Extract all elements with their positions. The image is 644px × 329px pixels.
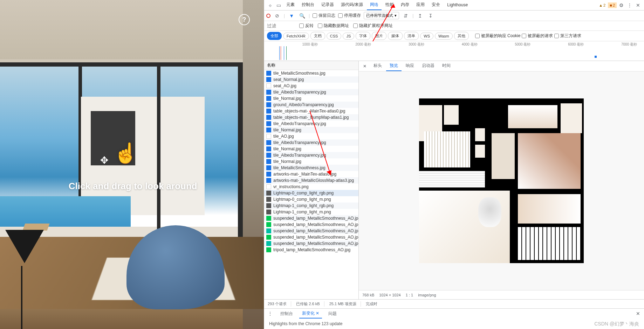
request-list-panel: 名称 tile_MetallicSmoothness.jpgseat_Norma… bbox=[264, 61, 359, 299]
drawer-tab-console[interactable]: 控制台 bbox=[278, 309, 296, 318]
request-row[interactable]: tile_Normal.jpg bbox=[264, 127, 358, 133]
issues-badge[interactable]: ■ 2 bbox=[608, 2, 617, 8]
help-button[interactable]: ? bbox=[239, 14, 250, 25]
pill-font[interactable]: 字体 bbox=[356, 32, 370, 40]
gear-icon[interactable]: ⚙ bbox=[617, 1, 625, 9]
warnings-badge[interactable]: ▲ 2 bbox=[597, 2, 607, 8]
file-icon bbox=[266, 228, 271, 233]
drawer-tab-issues[interactable]: 问题 bbox=[326, 309, 340, 318]
detail-tab-initiator[interactable]: 启动器 bbox=[418, 61, 438, 71]
pill-doc[interactable]: 文档 bbox=[310, 32, 325, 40]
request-row[interactable]: vr_instructions.png bbox=[264, 184, 358, 190]
request-name: tile_AO.jpg bbox=[273, 134, 294, 139]
request-row[interactable]: tile_Normal.jpg bbox=[264, 95, 358, 102]
request-row[interactable]: Lightmap-0_comp_light_rgb.png bbox=[264, 190, 358, 196]
request-row[interactable]: tile_AO.jpg bbox=[264, 133, 358, 139]
blocked-cookie-checkbox[interactable]: 被屏蔽的响应 Cookie bbox=[475, 33, 521, 39]
request-row[interactable]: tile_AlbedoTransparency.jpg bbox=[264, 89, 358, 95]
request-row[interactable]: Lightmap-1_comp_light_m.png bbox=[264, 209, 358, 215]
pill-other[interactable]: 其他 bbox=[454, 32, 469, 40]
request-row[interactable]: Lightmap-0_comp_light_m.png bbox=[264, 196, 358, 203]
search-icon[interactable]: 🔍 bbox=[298, 12, 306, 20]
close-icon[interactable]: ✕ bbox=[634, 1, 642, 9]
scene-lamp-stand bbox=[21, 266, 22, 329]
request-row[interactable]: tile_AlbedoTransparency.jpg bbox=[264, 139, 358, 146]
request-name: tripod_lamp_MetallicSmoothness_AO.jpg bbox=[273, 247, 350, 252]
request-row[interactable]: tile_AlbedoTransparency.jpg bbox=[264, 121, 358, 127]
disable-cache-checkbox[interactable]: 停用缓存 bbox=[338, 13, 361, 19]
request-row[interactable]: tripod_lamp_MetallicSmoothness_AO.jpg bbox=[264, 247, 358, 253]
download-icon[interactable]: ↧ bbox=[427, 12, 434, 20]
third-party-checkbox[interactable]: 第三方请求 bbox=[554, 33, 581, 39]
request-list[interactable]: tile_MetallicSmoothness.jpgseat_Normal.j… bbox=[264, 70, 358, 299]
preserve-log-checkbox[interactable]: 保留日志 bbox=[313, 13, 335, 19]
waterfall-overview[interactable]: 1000 毫秒 2000 毫秒 3000 毫秒 4000 毫秒 5000 毫秒 … bbox=[264, 41, 644, 61]
pill-media[interactable]: 媒体 bbox=[388, 32, 403, 40]
file-icon bbox=[266, 77, 271, 82]
drawer-tab-whatsnew[interactable]: 新变化 ✕ bbox=[299, 309, 322, 318]
request-row[interactable]: artworks-mat-_MetallicGlossMap-atlas3.jp… bbox=[264, 177, 358, 184]
tab-elements[interactable]: 元素 bbox=[283, 0, 298, 10]
detail-tab-response[interactable]: 响应 bbox=[402, 61, 418, 71]
pill-wasm[interactable]: Wasm bbox=[435, 33, 453, 40]
request-row[interactable]: seat_AO.jpg bbox=[264, 83, 358, 89]
close-detail-icon[interactable]: ✕ bbox=[360, 62, 369, 70]
tab-lighthouse[interactable]: Lighthouse bbox=[444, 1, 471, 10]
request-row[interactable]: suspended_lamp_MetallicSmoothness_AO.jpg bbox=[264, 221, 358, 228]
request-row[interactable]: tile_Normal.jpg bbox=[264, 146, 358, 152]
request-row[interactable]: suspended_lamp_MetallicSmoothness_AO.jpg bbox=[264, 234, 358, 240]
throttling-select[interactable]: 已停用节流模式 ▾ bbox=[364, 12, 399, 19]
pill-all[interactable]: 全部 bbox=[267, 32, 282, 40]
request-row[interactable]: tile_MetallicSmoothness.jpg bbox=[264, 165, 358, 171]
request-row[interactable]: suspended_lamp_MetallicSmoothness_AO.jpg bbox=[264, 215, 358, 221]
tab-recorder[interactable]: 记录器 bbox=[318, 0, 337, 10]
device-icon[interactable]: ▭ bbox=[275, 1, 282, 9]
pill-img[interactable]: 图片 bbox=[372, 32, 386, 40]
hide-data-urls-checkbox[interactable]: 隐藏数据网址 bbox=[318, 23, 349, 29]
request-row[interactable]: suspended_lamp_MetallicSmoothness_AO.jpg bbox=[264, 240, 358, 247]
detail-tab-timing[interactable]: 时间 bbox=[439, 61, 454, 71]
pill-ws[interactable]: WS bbox=[420, 33, 433, 40]
request-row[interactable]: suspended_lamp_MetallicSmoothness_AO.jpg bbox=[264, 228, 358, 234]
hide-ext-urls-checkbox[interactable]: 隐藏扩展程序网址 bbox=[353, 23, 393, 29]
pill-fetch[interactable]: Fetch/XHR bbox=[283, 33, 309, 40]
tab-network[interactable]: 网络 bbox=[367, 0, 382, 10]
invert-checkbox[interactable]: 反转 bbox=[299, 23, 314, 29]
tab-security[interactable]: 安全 bbox=[429, 0, 443, 10]
request-row[interactable]: Lightmap-1_comp_light_rgb.png bbox=[264, 203, 358, 209]
clear-icon[interactable]: ⊘ bbox=[273, 12, 281, 20]
request-row[interactable]: seat_Normal.jpg bbox=[264, 76, 358, 83]
record-button[interactable] bbox=[266, 14, 270, 18]
request-name: Lightmap-1_comp_light_rgb.png bbox=[273, 203, 334, 208]
filter-input[interactable] bbox=[267, 23, 295, 28]
drawer-close-icon[interactable]: ✕ bbox=[634, 310, 642, 317]
pill-manifest[interactable]: 清单 bbox=[404, 32, 419, 40]
filter-icon[interactable]: ▼ bbox=[288, 12, 295, 20]
blocked-req-checkbox[interactable]: 被屏蔽的请求 bbox=[522, 33, 553, 39]
file-icon bbox=[266, 247, 271, 252]
pill-css[interactable]: CSS bbox=[327, 33, 342, 40]
detail-tab-headers[interactable]: 标头 bbox=[370, 61, 385, 71]
tab-sources[interactable]: 源代码/来源 bbox=[338, 0, 366, 10]
tab-memory[interactable]: 内存 bbox=[398, 0, 412, 10]
request-row[interactable]: table_objects-mat-_BumpMap-atlas1.jpg bbox=[264, 114, 358, 121]
drawer-more-icon[interactable]: ⋮ bbox=[266, 310, 274, 317]
request-name: tile_MetallicSmoothness.jpg bbox=[273, 71, 326, 76]
name-column-header[interactable]: 名称 bbox=[264, 61, 358, 70]
tab-performance[interactable]: 性能 bbox=[382, 0, 397, 10]
more-icon[interactable]: ⋮ bbox=[626, 1, 633, 9]
request-row[interactable]: tile_MetallicSmoothness.jpg bbox=[264, 70, 358, 76]
request-row[interactable]: tile_Normal.jpg bbox=[264, 158, 358, 165]
pill-js[interactable]: JS bbox=[343, 33, 354, 40]
detail-tab-preview[interactable]: 预览 bbox=[386, 61, 402, 71]
tab-application[interactable]: 应用 bbox=[413, 0, 428, 10]
tab-console[interactable]: 控制台 bbox=[299, 0, 317, 10]
upload-icon[interactable]: ↥ bbox=[416, 12, 424, 20]
request-row[interactable]: table_objects-mat-_MainTex-atlas0.jpg bbox=[264, 108, 358, 114]
wifi-icon[interactable]: ⇵ bbox=[402, 12, 410, 20]
inspect-icon[interactable]: ⟐ bbox=[266, 1, 274, 9]
request-row[interactable]: tile_AlbedoTransparency.jpg bbox=[264, 152, 358, 158]
request-row[interactable]: artworks-mat-_MainTex-atlas0.jpg bbox=[264, 171, 358, 177]
app-viewport[interactable]: ? ✥ ☝ Click and drag to look around bbox=[0, 0, 264, 329]
request-row[interactable]: ground_AlbedoTransparency.jpg bbox=[264, 102, 358, 108]
